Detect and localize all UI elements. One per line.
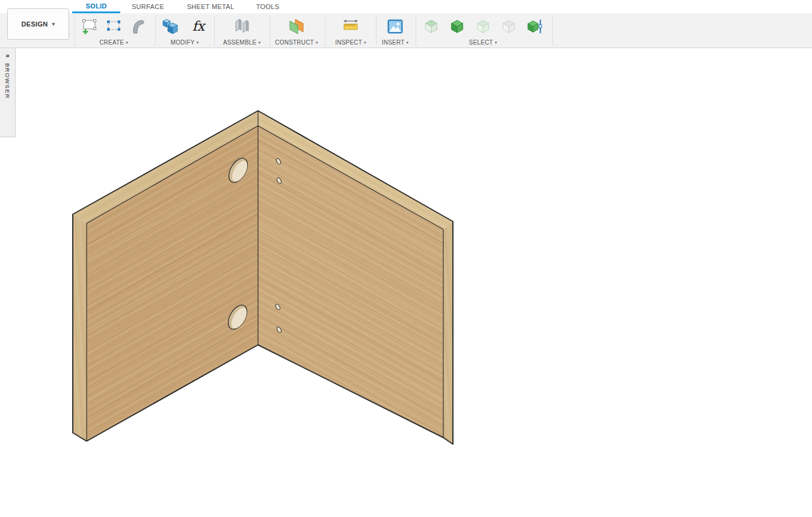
assemble-dropdown[interactable]: ASSEMBLE ▾ (223, 39, 260, 46)
selection-option-1-icon (422, 17, 440, 36)
group-label-construct: CONSTRUCT (275, 39, 314, 46)
expand-panel-icon: » (5, 52, 9, 59)
toolbar-group-inspect: INSPECT ▾ (325, 14, 376, 46)
selection-option-1-button[interactable] (422, 16, 440, 37)
toolbar-group-construct: CONSTRUCT ▾ (271, 14, 322, 46)
selection-option-2-button[interactable] (448, 16, 466, 37)
group-label-select: SELECT (469, 39, 493, 46)
press-pull-icon (161, 17, 180, 36)
caret-down-icon: ▾ (258, 40, 260, 45)
tab-solid[interactable]: SOLID (72, 0, 120, 13)
caret-down-icon: ▾ (495, 40, 497, 45)
selection-option-4-button[interactable] (500, 16, 518, 37)
toolbar-separator (75, 16, 75, 46)
group-label-insert: INSERT (382, 39, 405, 46)
toolbar-group-assemble: ASSEMBLE ▾ (217, 14, 267, 46)
create-sketch-button[interactable] (79, 16, 100, 37)
toolbar-separator (376, 16, 377, 46)
insert-canvas-icon (386, 17, 405, 36)
change-parameters-fx-icon: fx (192, 20, 205, 33)
app-header: SOLID SURFACE SHEET METAL TOOLS DESIGN ▾ (0, 0, 812, 48)
caret-down-icon: ▾ (406, 40, 408, 45)
toolbar-separator (214, 16, 215, 46)
toolbar-separator (416, 16, 416, 46)
tab-surface[interactable]: SURFACE (120, 0, 176, 13)
toolbar-group-select: SELECT ▾ (421, 14, 545, 46)
toolbar-group-modify: fx MODIFY ▾ (161, 14, 208, 46)
caret-down-icon: ▾ (197, 40, 199, 45)
toolbar-group-insert: INSERT ▾ (378, 14, 412, 46)
press-pull-button[interactable] (161, 16, 181, 37)
create-sweep-button[interactable] (128, 16, 148, 37)
create-box-button[interactable] (103, 16, 124, 37)
caret-down-icon: ▾ (126, 40, 128, 45)
selection-option-5-button[interactable] (526, 16, 544, 37)
viewport-canvas[interactable] (0, 48, 812, 517)
caret-down-icon: ▾ (364, 40, 366, 45)
construct-plane-icon (287, 17, 306, 36)
toolbar-group-create: CREATE ▾ (79, 14, 149, 46)
selection-option-4-icon (500, 17, 518, 36)
change-parameters-button[interactable]: fx (188, 16, 209, 37)
right-panel-end-edge[interactable] (443, 221, 453, 444)
3d-viewport-scene[interactable] (0, 48, 812, 517)
selection-option-3-icon (474, 17, 492, 36)
selection-option-5-icon (526, 17, 544, 36)
toolbar-separator (552, 16, 553, 46)
caret-down-icon: ▾ (52, 22, 55, 27)
modify-dropdown[interactable]: MODIFY ▾ (171, 39, 199, 46)
design-menu-label: DESIGN (22, 20, 48, 28)
group-label-inspect: INSPECT (335, 39, 362, 46)
create-dropdown[interactable]: CREATE ▾ (99, 39, 128, 46)
inspect-dropdown[interactable]: INSPECT ▾ (335, 39, 366, 46)
left-panel-end-edge[interactable] (73, 214, 87, 441)
new-component-button[interactable] (232, 16, 252, 37)
selection-option-3-button[interactable] (474, 16, 492, 37)
construct-plane-button[interactable] (286, 16, 307, 37)
new-component-icon (232, 17, 251, 36)
group-label-assemble: ASSEMBLE (223, 39, 257, 46)
design-menu-button[interactable]: DESIGN ▾ (7, 8, 69, 40)
insert-dropdown[interactable]: INSERT ▾ (382, 39, 408, 46)
create-sweep-icon (128, 17, 147, 36)
construct-dropdown[interactable]: CONSTRUCT ▾ (275, 39, 318, 46)
browser-panel-label: BROWSER (4, 63, 11, 99)
toolbar-separator (269, 16, 270, 46)
toolbar-separator (155, 16, 156, 46)
measure-button[interactable] (340, 16, 361, 37)
create-box-icon (104, 17, 123, 36)
caret-down-icon: ▾ (316, 40, 318, 45)
tab-sheet-metal[interactable]: SHEET METAL (176, 0, 245, 13)
tab-tools[interactable]: TOOLS (245, 0, 290, 13)
tab-bar: SOLID SURFACE SHEET METAL TOOLS (72, 0, 290, 13)
select-dropdown[interactable]: SELECT ▾ (469, 39, 497, 46)
insert-canvas-button[interactable] (385, 16, 405, 37)
corner-joint-model[interactable] (73, 111, 453, 445)
group-label-create: CREATE (99, 39, 124, 46)
measure-icon (341, 17, 360, 36)
browser-panel-collapsed[interactable]: » BROWSER (0, 48, 16, 137)
create-sketch-icon (80, 17, 99, 36)
selection-option-2-icon (448, 17, 466, 36)
group-label-modify: MODIFY (171, 39, 195, 46)
